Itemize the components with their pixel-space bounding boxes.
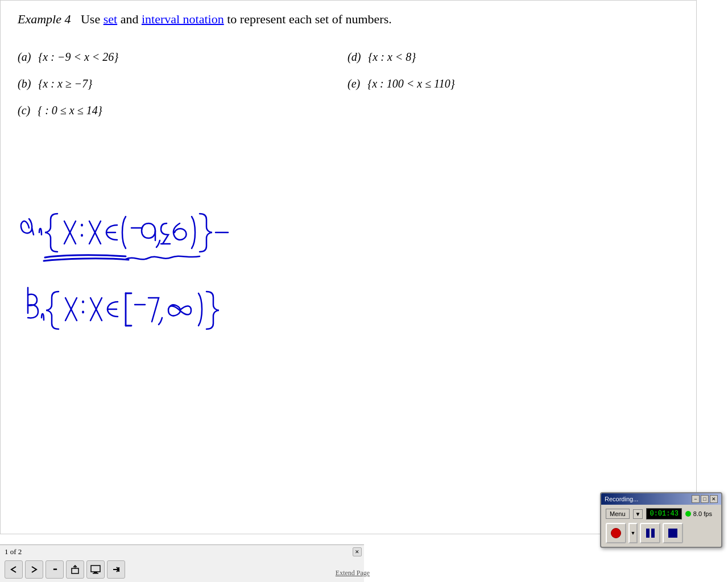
- problem-c-content: { : 0 ≤ x ≤ 14}: [38, 104, 102, 117]
- toolbar-icons: ···: [5, 560, 125, 579]
- problem-c: (c) { : 0 ≤ x ≤ 14}: [18, 97, 348, 124]
- fps-dot: [685, 511, 691, 517]
- label-d: (d): [348, 51, 361, 63]
- problem-d-content: {x : x < 8}: [368, 51, 416, 63]
- recording-row-top: Menu ▼ 0:01:43 8.0 fps: [606, 508, 717, 519]
- recording-title: Recording...: [605, 496, 638, 502]
- problem-b: (b) {x : x ≥ −7}: [18, 70, 348, 97]
- label-c: (c): [18, 104, 30, 117]
- problem-e: (e) {x : 100 < x ≤ 110}: [348, 70, 677, 97]
- recording-widget: Recording... − □ ✕ Menu ▼ 0:01:43 8.0 fp…: [600, 492, 722, 548]
- titlebar-buttons: − □ ✕: [692, 495, 718, 503]
- recording-body: Menu ▼ 0:01:43 8.0 fps ▼: [601, 505, 721, 547]
- example-label: Example 4: [18, 12, 71, 26]
- record-button[interactable]: [606, 523, 626, 543]
- label-e: (e): [348, 77, 360, 90]
- recording-controls: ▼: [606, 523, 717, 543]
- minimize-button[interactable]: −: [692, 495, 700, 503]
- menu-button[interactable]: Menu: [606, 509, 630, 519]
- main-canvas: Example 4 Use set and interval notation …: [0, 0, 697, 534]
- stop-icon: [668, 529, 677, 538]
- label-a: (a): [18, 51, 31, 63]
- problem-a: (a) {x : −9 < x < 26}: [18, 44, 348, 70]
- fps-value: 8.0 fps: [693, 510, 712, 517]
- problem-d: (d) {x : x < 8}: [348, 44, 677, 70]
- bottom-toolbar: 1 of 2 ✕ ···: [0, 544, 364, 582]
- recording-titlebar: Recording... − □ ✕: [601, 493, 721, 505]
- record-circle-icon: [611, 528, 621, 538]
- label-b: (b): [18, 77, 31, 90]
- toolbar-close-button[interactable]: ✕: [353, 547, 362, 556]
- nav-prev-button[interactable]: [5, 560, 23, 579]
- problem-e-content: {x : 100 < x ≤ 110}: [367, 77, 454, 90]
- problem-a-content: {x : −9 < x < 26}: [38, 51, 118, 63]
- example-instruction: Use set and interval notation to represe…: [81, 12, 392, 26]
- pause-button[interactable]: [640, 523, 660, 543]
- extend-page-link[interactable]: Extend Page: [336, 569, 370, 577]
- handwritten-answers: [12, 194, 410, 376]
- record-dropdown-button[interactable]: ▼: [628, 523, 638, 543]
- example-title: Example 4 Use set and interval notation …: [18, 12, 679, 27]
- nav-page-up-button[interactable]: [66, 560, 84, 579]
- menu-dropdown-button[interactable]: ▼: [633, 509, 643, 519]
- pause-icon: [646, 529, 655, 538]
- nav-forward-button[interactable]: [107, 560, 125, 579]
- fps-indicator: 8.0 fps: [685, 510, 712, 517]
- svg-rect-1: [91, 566, 100, 572]
- svg-rect-3: [93, 573, 98, 574]
- nav-next-button[interactable]: [25, 560, 43, 579]
- timer-display: 0:01:43: [646, 508, 681, 519]
- svg-rect-2: [94, 572, 97, 573]
- svg-rect-0: [72, 568, 78, 573]
- stop-button[interactable]: [663, 523, 683, 543]
- page-indicator: 1 of 2: [5, 547, 22, 556]
- nav-more-button[interactable]: ···: [46, 560, 64, 579]
- problem-b-content: {x : x ≥ −7}: [38, 77, 92, 90]
- close-button[interactable]: ✕: [710, 495, 718, 503]
- nav-monitor-button[interactable]: [86, 560, 105, 579]
- maximize-button[interactable]: □: [701, 495, 709, 503]
